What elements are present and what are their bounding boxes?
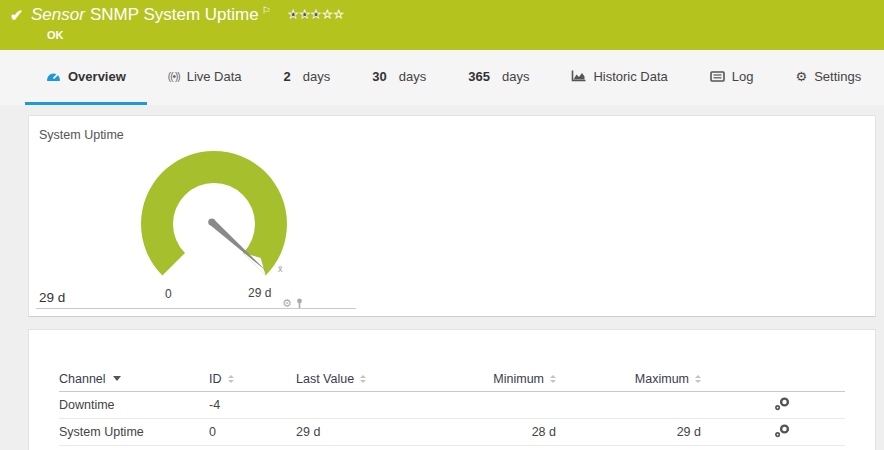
status-check-icon: ✔ xyxy=(10,6,23,25)
column-header-channel[interactable]: Channel xyxy=(59,372,209,386)
gauge-hover-controls: ⚙ xyxy=(282,297,304,310)
tab-live-data[interactable]: ((•)) Live Data xyxy=(147,50,263,105)
tab-label: days xyxy=(399,69,426,84)
sensor-page: ✔ SensorSNMP System Uptime⚐ ★★★★★ OK Ove… xyxy=(0,0,884,450)
tab-number: 30 xyxy=(372,69,386,84)
tab-label: Overview xyxy=(68,69,126,84)
gauge-arc xyxy=(141,151,287,276)
sort-icon xyxy=(228,375,234,383)
tab-settings[interactable]: ⚙ Settings xyxy=(775,50,883,105)
gauge-title: System Uptime xyxy=(39,128,124,142)
uptime-gauge xyxy=(114,141,374,311)
channel-underline xyxy=(36,308,356,309)
sort-icon xyxy=(695,375,701,383)
status-badge: OK xyxy=(47,29,64,41)
tab-number: 365 xyxy=(468,69,490,84)
channel-last-value: 29 d xyxy=(296,425,486,439)
content-area: System Uptime x̄ 29 d 0 29 d ⚙ xyxy=(0,105,884,450)
gauge-scale-max: 29 d xyxy=(248,286,271,300)
tab-label: Log xyxy=(732,69,754,84)
column-label: Maximum xyxy=(635,372,689,386)
tab-label: days xyxy=(502,69,529,84)
column-label: Channel xyxy=(59,372,106,386)
table-header-row: Channel ID Last Value Minimum Maximum xyxy=(59,366,845,392)
channel-settings-gears-icon[interactable] xyxy=(774,423,791,441)
column-label: Last Value xyxy=(296,372,354,386)
sensor-header: ✔ SensorSNMP System Uptime⚐ ★★★★★ OK xyxy=(0,0,884,50)
tab-log[interactable]: Log xyxy=(689,50,775,105)
column-header-maximum[interactable]: Maximum xyxy=(556,372,701,386)
tab-overview[interactable]: Overview xyxy=(25,50,147,105)
tab-30-days[interactable]: 30 days xyxy=(351,50,447,105)
gauge-scale-min: 0 xyxy=(165,287,172,301)
table-row-downtime: Downtime -4 xyxy=(59,392,845,419)
channel-maximum: 29 d xyxy=(556,425,701,439)
tab-label: days xyxy=(303,69,330,84)
sort-icon xyxy=(360,375,366,383)
channel-name[interactable]: System Uptime xyxy=(59,425,209,439)
tab-number: 2 xyxy=(284,69,291,84)
channel-name[interactable]: Downtime xyxy=(59,398,209,412)
tab-365-days[interactable]: 365 days xyxy=(447,50,550,105)
column-header-minimum[interactable]: Minimum xyxy=(486,372,556,386)
channel-minimum: 28 d xyxy=(486,425,556,439)
tab-historic-data[interactable]: Historic Data xyxy=(550,50,688,105)
channel-id: 0 xyxy=(209,425,296,439)
column-label: ID xyxy=(209,372,222,386)
gear-icon[interactable]: ⚙ xyxy=(282,297,292,310)
average-marker: x̄ xyxy=(278,264,283,274)
sensor-kind-label: Sensor xyxy=(31,5,85,24)
column-header-last-value[interactable]: Last Value xyxy=(296,372,486,386)
channels-panel: Channel ID Last Value Minimum Maximum xyxy=(28,329,876,450)
gear-icon: ⚙ xyxy=(796,69,808,84)
tab-label: Historic Data xyxy=(593,69,667,84)
priority-stars-filled[interactable]: ★★★ xyxy=(288,8,322,20)
gauge-icon xyxy=(46,70,61,83)
flag-icon[interactable]: ⚐ xyxy=(262,5,271,16)
gauge-panel: System Uptime x̄ 29 d 0 29 d ⚙ xyxy=(28,115,876,317)
column-label: Minimum xyxy=(493,372,544,386)
sort-descending-icon xyxy=(113,376,121,381)
tab-2-days[interactable]: 2 days xyxy=(263,50,352,105)
gauge-current-value: 29 d xyxy=(39,290,65,305)
area-chart-icon xyxy=(571,70,586,82)
page-title-row: SensorSNMP System Uptime⚐ ★★★★★ xyxy=(31,5,345,25)
table-row-system-uptime: System Uptime 0 29 d 28 d 29 d xyxy=(59,419,845,446)
column-header-id[interactable]: ID xyxy=(209,372,296,386)
tab-bar: Overview ((•)) Live Data 2 days 30 days … xyxy=(0,50,884,105)
channel-settings-gears-icon[interactable] xyxy=(774,396,791,414)
pin-icon[interactable] xyxy=(295,298,304,309)
log-icon xyxy=(710,71,725,82)
tab-label: Settings xyxy=(814,69,861,84)
tab-label: Live Data xyxy=(187,69,242,84)
broadcast-icon: ((•)) xyxy=(168,71,180,82)
channel-id: -4 xyxy=(209,398,296,412)
priority-stars[interactable]: ★★★★★ xyxy=(288,8,345,20)
priority-stars-empty[interactable]: ★★ xyxy=(322,8,345,20)
page-title: SNMP System Uptime xyxy=(90,5,259,24)
